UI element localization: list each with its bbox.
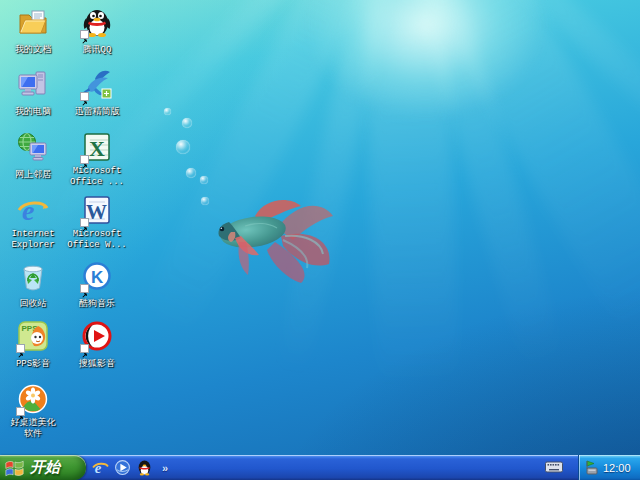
desktop-icon-ms-office-word[interactable]: W Microsoft Office W... (66, 194, 128, 251)
desktop-icon-my-computer[interactable]: 我的电脑 (2, 68, 64, 118)
quick-launch-qq-icon[interactable] (136, 459, 153, 476)
desktop-icon-tencent-qq[interactable]: 腾讯QQ (66, 6, 128, 56)
icon-label: Microsoft Office ... (70, 166, 124, 188)
svg-text:K: K (91, 268, 104, 287)
safely-remove-hardware-icon[interactable] (584, 460, 599, 476)
shortcut-arrow-overlay (80, 284, 89, 293)
quick-launch-media-player-icon[interactable] (114, 459, 131, 476)
icon-label: 迅雷精简版 (75, 107, 120, 118)
icon-label: 我的电脑 (15, 107, 51, 118)
taskbar: 开始 e » (0, 455, 640, 480)
icon-label: Internet Explorer (11, 229, 54, 251)
recycle-bin-icon (17, 260, 49, 292)
icon-label: PPS影音 (16, 359, 50, 370)
desktop-icon-kugou-music[interactable]: K 酷狗音乐 (66, 260, 128, 310)
quick-launch-bar: e » (92, 455, 168, 480)
desktop-screen: 我的文档 腾讯QQ 我的电脑 (0, 0, 640, 480)
icon-label: Microsoft Office W... (67, 229, 126, 251)
windows-logo-icon (4, 458, 25, 478)
svg-text:e: e (22, 195, 34, 226)
quick-launch-ie-icon[interactable]: e (92, 459, 109, 476)
my-computer-icon (17, 68, 49, 100)
icon-label: 网上邻居 (15, 170, 51, 181)
internet-explorer-icon: e (17, 194, 49, 226)
icon-label: 我的文档 (15, 45, 51, 56)
my-documents-icon (17, 6, 49, 38)
shortcut-arrow-overlay (16, 344, 25, 353)
system-tray: 12:00 (578, 455, 640, 480)
tray-clock[interactable]: 12:00 (603, 462, 631, 474)
desktop-icon-ms-office-excel[interactable]: X Microsoft Office ... (66, 131, 128, 188)
desktop-icon-network-places[interactable]: 网上邻居 (2, 131, 64, 181)
bubble (186, 168, 196, 178)
desktop-icon-my-documents[interactable]: 我的文档 (2, 6, 64, 56)
shortcut-arrow-overlay (80, 218, 89, 227)
shortcut-arrow-overlay (80, 155, 89, 164)
svg-text:W: W (86, 200, 107, 224)
icon-label: 回收站 (20, 299, 47, 310)
bubble (200, 176, 208, 184)
desktop-icon-xunlei-lite[interactable]: 迅雷精简版 (66, 68, 128, 118)
svg-text:e: e (95, 460, 102, 476)
shortcut-arrow-overlay (80, 344, 89, 353)
desktop-icon-pps-video[interactable]: PPS PPS影音 (2, 320, 64, 370)
icon-label: 酷狗音乐 (79, 299, 115, 310)
desktop-icon-sohu-video[interactable]: 搜狐影音 (66, 320, 128, 370)
shortcut-arrow-overlay (16, 407, 25, 416)
shortcut-arrow-overlay (80, 30, 89, 39)
desktop-icon-recycle-bin[interactable]: 回收站 (2, 260, 64, 310)
bubble (164, 108, 171, 115)
desktop-icon-internet-explorer[interactable]: e Internet Explorer (2, 194, 64, 251)
bubble (182, 118, 192, 128)
start-button[interactable]: 开始 (0, 455, 86, 480)
shortcut-arrow-overlay (80, 92, 89, 101)
betta-fish (205, 190, 340, 285)
start-button-label: 开始 (30, 458, 60, 477)
network-places-icon (17, 131, 49, 163)
desktop-icon-haozhuodao[interactable]: 好桌道美化 软件 (2, 383, 64, 440)
quick-launch-overflow-chevron[interactable]: » (162, 462, 168, 474)
svg-text:X: X (89, 136, 105, 161)
icon-label: 腾讯QQ (83, 45, 112, 56)
bubble (176, 140, 190, 154)
icon-label: 搜狐影音 (79, 359, 115, 370)
input-method-keyboard-icon[interactable] (545, 461, 563, 473)
